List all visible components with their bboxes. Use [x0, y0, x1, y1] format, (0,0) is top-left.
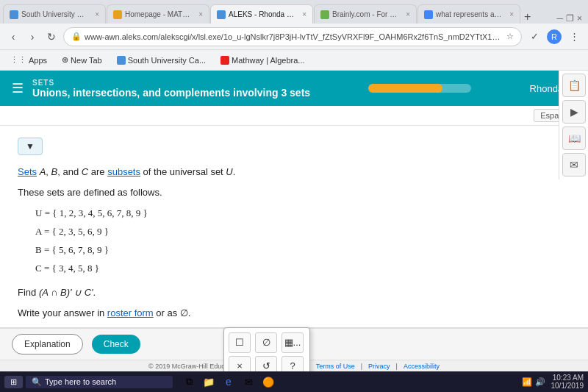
nav-bar: ‹ › ↻ 🔒 www-awn.aleks.com/alekscgi/x/lsl…: [0, 24, 588, 50]
bookmark-mathway[interactable]: Mathway | Algebra...: [216, 54, 309, 66]
check-button[interactable]: Check: [92, 335, 140, 354]
progress-bar: [368, 84, 471, 93]
bookmark-apps[interactable]: ⋮⋮ Apps: [6, 54, 51, 66]
tab-3-favicon: [217, 10, 226, 19]
tab-5-close[interactable]: ×: [509, 10, 514, 18]
tab-1-close[interactable]: ×: [95, 10, 99, 18]
tab-3-close[interactable]: ×: [302, 10, 306, 18]
bookmark-newtab-label: New Tab: [71, 56, 102, 65]
set-A: A = { 2, 3, 5, 6, 9 }: [35, 224, 544, 240]
tab-1-favicon: [10, 10, 18, 19]
content-text: Sets A, B, and C are subsets of the univ…: [18, 164, 544, 321]
taskbar-search-box[interactable]: 🔍 Type here to search: [26, 376, 173, 388]
dots-button[interactable]: ▦...: [282, 332, 304, 353]
progress-fill: [368, 84, 442, 93]
footer-sep2: |: [361, 363, 362, 370]
menu-icon[interactable]: ⋮: [566, 29, 582, 45]
explanation-button[interactable]: Explanation: [12, 334, 83, 354]
tab-2-favicon: [113, 10, 122, 19]
tab-3-label: ALEKS - Rhonda Rose ...: [229, 10, 296, 18]
time-display: 10:23 AM: [551, 374, 584, 382]
dropdown-arrow-icon: ▼: [26, 141, 35, 152]
extensions-icon[interactable]: ✓: [526, 29, 542, 45]
set-C: C = { 3, 4, 5, 8 }: [35, 260, 544, 277]
defined-line: These sets are defined as follows.: [18, 185, 544, 201]
newtab-icon: ⊕: [62, 55, 68, 65]
tab-2-close[interactable]: ×: [198, 10, 203, 18]
roster-link[interactable]: roster form: [107, 307, 154, 318]
close-button[interactable]: ×: [577, 13, 582, 24]
terms-link[interactable]: Terms of Use: [316, 363, 355, 370]
windows-icon: ⊞: [10, 377, 17, 387]
tab-4[interactable]: Brainly.com - For stude... ×: [314, 4, 417, 24]
system-icons: 📶 🔊: [522, 377, 545, 387]
subsets-link[interactable]: subsets: [107, 166, 140, 177]
volume-icon: 🔊: [535, 377, 545, 387]
set-B: B = { 5, 6, 7, 8, 9 }: [35, 242, 544, 258]
new-tab-button[interactable]: +: [524, 10, 531, 24]
sidebar-video-icon[interactable]: ▶: [562, 100, 586, 124]
tab-1-label: South University Campu...: [21, 10, 89, 18]
mail-icon[interactable]: ✉: [240, 374, 257, 390]
tab-3[interactable]: ALEKS - Rhonda Rose ... ×: [210, 4, 313, 24]
accessibility-link[interactable]: Accessibility: [404, 363, 440, 370]
taskview-icon[interactable]: ⧉: [180, 374, 198, 390]
tab-4-close[interactable]: ×: [406, 10, 410, 18]
instruction-line: Write your answer in roster form or as ∅…: [18, 305, 544, 321]
chrome-icon[interactable]: 🟠: [259, 374, 277, 390]
privacy-link[interactable]: Privacy: [368, 363, 390, 370]
tab-5[interactable]: what represents a form... ×: [417, 4, 520, 24]
bookmark-southuniv-label: South University Ca...: [128, 56, 206, 65]
section-label: SETS: [32, 79, 310, 87]
taskbar-icons: ⧉ 📁 e ✉ 🟠: [180, 374, 277, 390]
bookmark-apps-label: Apps: [29, 56, 47, 65]
restore-button[interactable]: ❐: [566, 13, 574, 24]
intro-line: Sets A, B, and C are subsets of the univ…: [18, 164, 544, 180]
bookmark-newtab[interactable]: ⊕ New Tab: [57, 54, 107, 66]
network-icon: 📶: [522, 377, 532, 387]
footer-sep3: |: [396, 363, 398, 370]
tab-4-label: Brainly.com - For stude...: [332, 10, 400, 18]
tab-2[interactable]: Homepage - MAT1500 ... ×: [107, 4, 209, 24]
nav-icons: ✓ R ⋮: [526, 29, 582, 45]
header-left: ☰ SETS Unions, intersections, and comple…: [12, 79, 310, 99]
mathway-favicon: [220, 56, 229, 65]
taskbar-right: 📶 🔊 10:23 AM 10/1/2019: [522, 374, 584, 390]
find-label: Find (A ∩ B)' ∪ C'.: [18, 285, 544, 301]
lock-icon: 🔒: [71, 32, 82, 41]
apps-icon: ⋮⋮: [10, 55, 26, 65]
refresh-button[interactable]: ↻: [44, 29, 59, 44]
address-bar[interactable]: 🔒 www-awn.aleks.com/alekscgi/x/lsl.exe/1…: [63, 27, 522, 46]
tab-5-favicon: [424, 10, 433, 19]
bracket-button[interactable]: ☐: [229, 332, 251, 353]
file-explorer-icon[interactable]: 📁: [200, 374, 218, 390]
forward-button[interactable]: ›: [25, 29, 40, 44]
app-header: ☰ SETS Unions, intersections, and comple…: [0, 71, 588, 106]
star-icon[interactable]: ☆: [506, 32, 514, 41]
empty-set-button[interactable]: ∅: [255, 332, 277, 353]
address-text: www-awn.aleks.com/alekscgi/x/lsl.exe/1o_…: [85, 32, 502, 41]
tab-5-label: what represents a form...: [436, 10, 503, 18]
sets-link[interactable]: Sets: [18, 166, 37, 177]
sidebar-mail-icon[interactable]: ✉: [562, 153, 586, 177]
set-U: U = { 1, 2, 3, 4, 5, 6, 7, 8, 9 }: [35, 205, 544, 221]
sidebar: 📋 ▶ 📖 ✉: [559, 71, 588, 179]
back-button[interactable]: ‹: [6, 29, 21, 44]
sidebar-notes-icon[interactable]: 📋: [562, 74, 586, 97]
bookmark-mathway-label: Mathway | Algebra...: [232, 56, 304, 65]
hamburger-menu[interactable]: ☰: [12, 80, 24, 96]
minimize-button[interactable]: ─: [556, 13, 563, 24]
edge-icon[interactable]: e: [220, 374, 237, 390]
dropdown-toggle[interactable]: ▼: [18, 138, 43, 155]
southuniv-favicon: [117, 56, 126, 65]
bookmark-southuniv[interactable]: South University Ca...: [112, 54, 210, 66]
taskbar-clock: 10:23 AM 10/1/2019: [551, 374, 584, 390]
sidebar-book-icon[interactable]: 📖: [562, 126, 586, 150]
search-icon: 🔍: [32, 377, 42, 387]
tab-1[interactable]: South University Campu... ×: [3, 4, 106, 24]
espanol-bar: Español: [0, 106, 588, 126]
start-button[interactable]: ⊞: [4, 376, 23, 388]
account-icon[interactable]: R: [547, 29, 562, 44]
bookmarks-bar: ⋮⋮ Apps ⊕ New Tab South University Ca...…: [0, 50, 588, 71]
taskbar-search-label: Type here to search: [45, 377, 116, 386]
